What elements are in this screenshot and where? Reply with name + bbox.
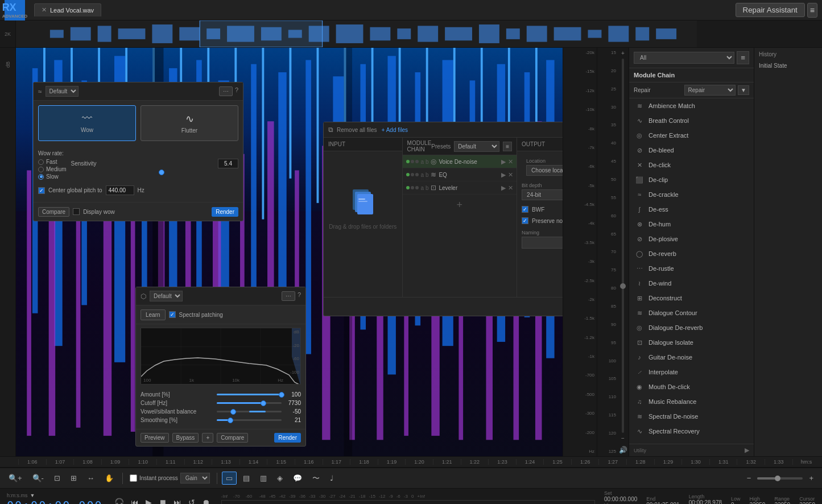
chain-item-voice-denoise[interactable]: a b ◎ Voice De-noise ▶ ✕ [403,155,517,168]
wow-compare-btn[interactable]: Compare [38,207,69,217]
zoom-out-icon[interactable]: − [621,435,625,441]
wow-rate-medium[interactable]: Medium [38,166,67,172]
wow-render-btn[interactable]: Render [212,207,238,217]
chain-item-expand-icon[interactable]: ▶ [501,158,506,166]
batch-naming-select[interactable] [522,237,563,249]
module-item-de-plosive[interactable]: ⊘ De-plosive [629,232,754,246]
wow-rate-fast-radio[interactable] [38,159,44,165]
spectral-bypass-btn[interactable]: Bypass [172,433,199,443]
spectral-compare-btn[interactable]: Compare [217,433,248,443]
module-item-de-click[interactable]: ✕ De-click [629,158,754,172]
headphones-btn[interactable]: 🎧 [112,495,126,505]
module-filter-select[interactable]: All [634,52,734,64]
module-item-de-wind[interactable]: ≀ De-wind [629,276,754,291]
batch-add-files[interactable]: + Add files [382,127,408,133]
mark-tool[interactable]: ◈ [273,472,287,485]
module-item-dialogue-dereverb[interactable]: ◎ Dialogue De-reverb [629,320,754,335]
module-item-ambience-match[interactable]: ≋ Ambience Match [629,98,754,113]
chain-item-voice-remove[interactable]: ✕ [508,158,513,166]
module-item-de-crackle[interactable]: ≈ De-crackle [629,187,754,202]
module-item-interpolate[interactable]: ⟋ Interpolate [629,365,754,379]
chain-item-leveler[interactable]: a b ⊡ Leveler ▶ ✕ [403,181,517,195]
comment-tool[interactable]: 💬 [289,472,306,485]
next-btn[interactable]: ⏭ [171,495,184,505]
spectral-cutoff-slider[interactable] [217,402,282,404]
vertical-zoom-thumb[interactable] [620,283,626,289]
wow-rate-slow-radio[interactable] [38,174,44,180]
module-item-center-extract[interactable]: ◎ Center Extract [629,128,754,143]
module-item-de-ess[interactable]: ∫ De-ess [629,202,754,217]
right-panel-collapse-btn[interactable]: ▶ [745,447,749,454]
chain-item-leveler-remove[interactable]: ✕ [508,184,513,192]
wow-settings-btn[interactable]: ⋯ [219,86,233,96]
chain-item-eq-remove[interactable]: ✕ [508,171,513,179]
batch-bitdepth-select[interactable]: 24-bit [522,189,563,200]
wow-preset-select[interactable]: Default [46,86,79,97]
history-initial-state[interactable]: Initial State [759,61,817,71]
wow-rate-medium-radio[interactable] [38,167,44,172]
module-item-guitar-denoise[interactable]: ♪ Guitar De-noise [629,350,754,365]
zoom-out-tool[interactable]: 🔍- [28,472,48,485]
batch-preserve-checkbox[interactable] [522,217,528,224]
batch-bwf-checkbox[interactable] [522,206,528,213]
chain-item-leveler-expand[interactable]: ▶ [501,184,506,192]
repair-menu-btn[interactable]: ▼ [738,85,749,95]
time-select-tool[interactable]: ▥ [256,472,271,485]
repair-category-select[interactable]: Repair [684,85,736,96]
spectral-vowel-thumb[interactable] [230,409,236,415]
wow-display-checkbox[interactable] [73,208,80,215]
module-item-deconstruct[interactable]: ⊞ Deconstruct [629,291,754,305]
tab-close-icon[interactable]: ✕ [42,6,47,14]
spectral-preview-btn[interactable]: Preview [141,433,169,443]
midi-tool[interactable]: ♩ [326,472,337,485]
stop-btn[interactable]: ⏹ [156,495,169,505]
timeline[interactable]: 1:06 1:07 1:08 1:09 1:10 1:11 1:12 1:13 … [0,456,822,468]
batch-location-select[interactable]: Choose location... [526,165,563,176]
spectral-settings-btn[interactable]: ⋯ [282,291,295,301]
menu-icon[interactable]: ≡ [807,3,817,18]
select-tool[interactable]: ▭ [222,472,237,485]
timecode-sort-icon[interactable]: ▼ [30,493,35,498]
spectral-help-icon[interactable]: ? [298,291,301,301]
module-item-de-hum[interactable]: ⊗ De-hum [629,217,754,232]
module-item-mouth-declick[interactable]: ◉ Mouth De-click [629,379,754,394]
batch-drop-zone[interactable]: Drag & drop files or folders [324,151,402,265]
wow-center-pitch-checkbox[interactable] [38,187,45,194]
main-tab[interactable]: ✕ Lead Vocal.wav [34,3,101,16]
speaker-icon[interactable]: 🔊 [619,446,627,454]
zoom-plus-btn[interactable]: + [805,472,817,485]
spectral-plus-btn[interactable]: + [202,433,213,443]
module-item-spectral-recovery[interactable]: ∿ Spectral Recovery [629,424,754,439]
gain-select[interactable]: Gain [180,473,210,484]
spectral-render-btn[interactable]: Render [274,433,301,443]
wow-sensitivity-thumb[interactable] [159,170,164,175]
spectrogram-area[interactable]: ≈ Default ⋯ ? 〰 Wow ∿ Flutte [16,48,563,456]
spectral-cutoff-thumb[interactable] [261,400,266,406]
module-list-btn[interactable]: ≡ [737,51,749,64]
wow-tab-flutter[interactable]: ∿ Flutter [141,105,238,141]
zoom-fit-tool[interactable]: ⊡ [50,472,64,485]
waveform-overview[interactable]: 2K [0,20,822,48]
module-item-dialogue-isolate[interactable]: ⊡ Dialogue Isolate [629,335,754,350]
zoom-slider[interactable] [757,477,803,480]
spectral-patching-checkbox[interactable] [169,311,176,318]
chain-item-eq-expand[interactable]: ▶ [501,171,506,179]
batch-output-add[interactable]: + [517,252,563,291]
waveform-tool[interactable]: 〜 [308,471,324,486]
chain-item-eq[interactable]: a b ≋ EQ ▶ ✕ [403,168,517,181]
wow-rate-slow[interactable]: Slow [38,173,67,180]
vertical-zoom-slider[interactable] [622,59,624,433]
wow-tab-wow[interactable]: 〰 Wow [38,105,136,141]
instant-process-checkbox[interactable] [130,474,137,482]
batch-chain-menu-btn[interactable]: ≡ [503,142,512,151]
module-item-de-clip[interactable]: ⬛ De-clip [629,172,754,187]
wow-help-icon[interactable]: ? [235,86,238,96]
spectral-smoothing-thumb[interactable] [228,418,233,423]
chain-add-btn[interactable]: + [403,195,517,216]
wow-rate-fast[interactable]: Fast [38,159,67,165]
freq-select-tool[interactable]: ▤ [239,472,254,485]
spectral-vowel-slider[interactable] [217,411,282,412]
loop-btn[interactable]: ↺ [186,495,197,505]
hand-tool[interactable]: ✋ [101,472,118,485]
wow-center-pitch-input[interactable] [106,185,134,195]
